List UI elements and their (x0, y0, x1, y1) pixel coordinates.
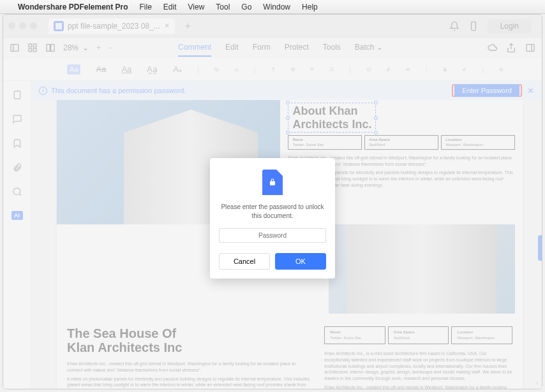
dialog-message: Please enter the password to unlock this… (219, 203, 326, 221)
app-window: ppt file-sample_2023 08_... ✕ + Login 28… (3, 14, 542, 389)
menu-go[interactable]: Go (241, 3, 251, 11)
menu-window[interactable]: Window (263, 3, 290, 11)
lock-document-icon (262, 170, 283, 195)
menu-view[interactable]: View (188, 3, 205, 11)
cancel-button[interactable]: Cancel (219, 253, 270, 270)
macos-menubar: Wondershare PDFelement Pro File Edit Vie… (0, 0, 545, 14)
menu-tool[interactable]: Tool (216, 3, 230, 11)
ok-button[interactable]: OK (275, 253, 326, 270)
password-dialog: Please enter the password to unlock this… (210, 158, 335, 279)
menu-help[interactable]: Help (302, 3, 318, 11)
password-input[interactable] (219, 228, 326, 243)
menu-file[interactable]: File (140, 3, 152, 11)
menu-edit[interactable]: Edit (163, 3, 177, 11)
app-name[interactable]: Wondershare PDFelement Pro (18, 3, 128, 11)
